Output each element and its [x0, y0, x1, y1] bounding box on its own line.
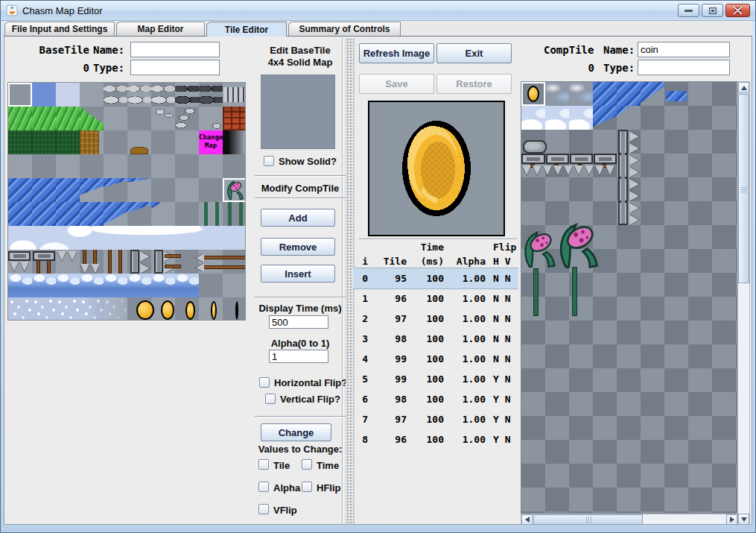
- tile-sprite[interactable]: [223, 130, 246, 154]
- tile-sprite[interactable]: [8, 107, 32, 130]
- trap-tile[interactable]: [8, 251, 31, 261]
- table-row[interactable]: 0951001.00N N: [353, 268, 518, 288]
- scroll-up-button[interactable]: [738, 82, 749, 93]
- tile-sprite[interactable]: [127, 178, 151, 202]
- basetile-name-input[interactable]: [130, 42, 220, 57]
- map-sprite[interactable]: [569, 106, 593, 130]
- tile-sprite[interactable]: [32, 202, 56, 226]
- table-row[interactable]: 7971001.00Y N: [353, 409, 518, 429]
- map-sprite[interactable]: [521, 154, 545, 164]
- tile-sprite[interactable]: [80, 202, 104, 226]
- exit-button[interactable]: Exit: [436, 43, 512, 63]
- tile-sprite[interactable]: [56, 107, 80, 130]
- tile-sprite[interactable]: [175, 107, 199, 130]
- tab-tile-editor[interactable]: Tile Editor: [206, 22, 287, 37]
- scroll-down-button[interactable]: [738, 514, 749, 525]
- add-button[interactable]: Add: [261, 209, 335, 227]
- map-sprite[interactable]: [593, 106, 617, 130]
- tab-summary-of-controls[interactable]: Summary of Controls: [288, 22, 401, 36]
- tile-sprite[interactable]: [8, 202, 32, 226]
- tile-sprite[interactable]: [8, 178, 32, 202]
- alpha-input[interactable]: [269, 350, 328, 363]
- alpha-checkbox[interactable]: [258, 482, 269, 492]
- insert-button[interactable]: Insert: [261, 265, 335, 283]
- vertical-flip-checkbox[interactable]: [265, 394, 276, 404]
- trap-tile[interactable]: [33, 251, 55, 261]
- tileset-canvas[interactable]: Change Map: [7, 82, 246, 321]
- tile-sprite[interactable]: [32, 130, 56, 154]
- map-sprite[interactable]: [593, 82, 617, 106]
- tile-sprite[interactable]: [32, 178, 56, 202]
- refresh-image-button[interactable]: Refresh Image: [359, 43, 434, 63]
- map-sprite[interactable]: [666, 91, 687, 101]
- scroll-left-button[interactable]: [521, 514, 533, 525]
- table-row[interactable]: 1961001.00N N: [353, 288, 518, 309]
- horizontal-scroll-thumb[interactable]: [533, 514, 643, 525]
- close-button[interactable]: [725, 4, 750, 17]
- tile-sprite[interactable]: [223, 107, 246, 130]
- horizontal-flip-checkbox[interactable]: [259, 377, 270, 388]
- tile-sprite[interactable]: [32, 107, 56, 130]
- hflip-checkbox[interactable]: [302, 482, 312, 492]
- plant-sprite[interactable]: [556, 221, 599, 270]
- vertical-scroll-thumb[interactable]: [738, 94, 749, 283]
- tile-sprite[interactable]: [80, 130, 99, 154]
- coin-frame-tile[interactable]: [161, 300, 174, 320]
- tile-checkbox[interactable]: [258, 459, 269, 470]
- tile-sprite[interactable]: [151, 83, 175, 107]
- tile-sprite[interactable]: [127, 83, 151, 107]
- table-row[interactable]: 4991001.00N N: [353, 349, 518, 369]
- tab-file-input-and-settings[interactable]: File Input and Settings: [4, 22, 115, 36]
- display-time-input[interactable]: [269, 315, 328, 329]
- plant-sprite[interactable]: [521, 227, 556, 271]
- maximize-button[interactable]: [702, 4, 723, 17]
- change-button[interactable]: Change: [261, 423, 331, 441]
- map-sprite[interactable]: [545, 82, 569, 106]
- map-sprite[interactable]: [617, 82, 641, 106]
- map-sprite[interactable]: [641, 82, 664, 106]
- tile-sprite[interactable]: [56, 83, 80, 107]
- table-row[interactable]: 5991001.00Y N: [353, 369, 518, 389]
- map-sprite[interactable]: [617, 106, 641, 130]
- map-viewport[interactable]: [521, 81, 737, 514]
- comptile-name-input[interactable]: [638, 42, 730, 57]
- remove-button[interactable]: Remove: [261, 238, 335, 256]
- tile-sprite[interactable]: [104, 202, 127, 226]
- map-sprite[interactable]: [618, 130, 628, 225]
- map-sprite[interactable]: [545, 106, 569, 130]
- tile-sprite[interactable]: [199, 107, 223, 130]
- table-row[interactable]: 8961001.00Y N: [353, 429, 518, 450]
- map-sprite[interactable]: [523, 140, 547, 154]
- tile-sprite[interactable]: [151, 107, 175, 130]
- tile-sprite[interactable]: [130, 147, 148, 154]
- map-sprite[interactable]: [569, 82, 593, 106]
- wave-tiles[interactable]: [8, 274, 199, 297]
- show-solid-checkbox[interactable]: [264, 156, 274, 166]
- restore-button[interactable]: Restore: [436, 74, 512, 94]
- horizontal-scrollbar[interactable]: [521, 514, 737, 525]
- tile-sprite[interactable]: [8, 130, 32, 154]
- vertical-scrollbar[interactable]: [737, 81, 750, 525]
- coin-frame-tile[interactable]: [136, 300, 154, 320]
- table-row[interactable]: 6981001.00Y N: [353, 389, 518, 409]
- comptile-type-input[interactable]: [638, 60, 730, 75]
- coin-frame-tile[interactable]: [185, 301, 195, 320]
- scroll-right-button[interactable]: [726, 514, 737, 525]
- map-sprite[interactable]: [570, 154, 593, 164]
- tile-sprite[interactable]: [56, 178, 80, 202]
- tile-sprite[interactable]: [104, 83, 127, 107]
- tile-sprite[interactable]: [127, 202, 151, 226]
- tab-map-editor[interactable]: Map Editor: [116, 22, 205, 36]
- save-button[interactable]: Save: [359, 74, 434, 94]
- table-row[interactable]: 2971001.00N N: [353, 309, 518, 329]
- tile-sprite[interactable]: [56, 130, 80, 154]
- tile-sprite[interactable]: [199, 83, 223, 107]
- tile-sprite[interactable]: [56, 202, 80, 226]
- map-sprite[interactable]: [546, 154, 569, 164]
- plant-stem-tile[interactable]: [223, 202, 246, 226]
- plant-head-tile[interactable]: [223, 178, 246, 202]
- basetile-type-input[interactable]: [130, 60, 220, 75]
- cloud-tiles[interactable]: [8, 226, 246, 250]
- tile-sprite[interactable]: [80, 178, 104, 202]
- coin-frame-tile[interactable]: [211, 301, 217, 320]
